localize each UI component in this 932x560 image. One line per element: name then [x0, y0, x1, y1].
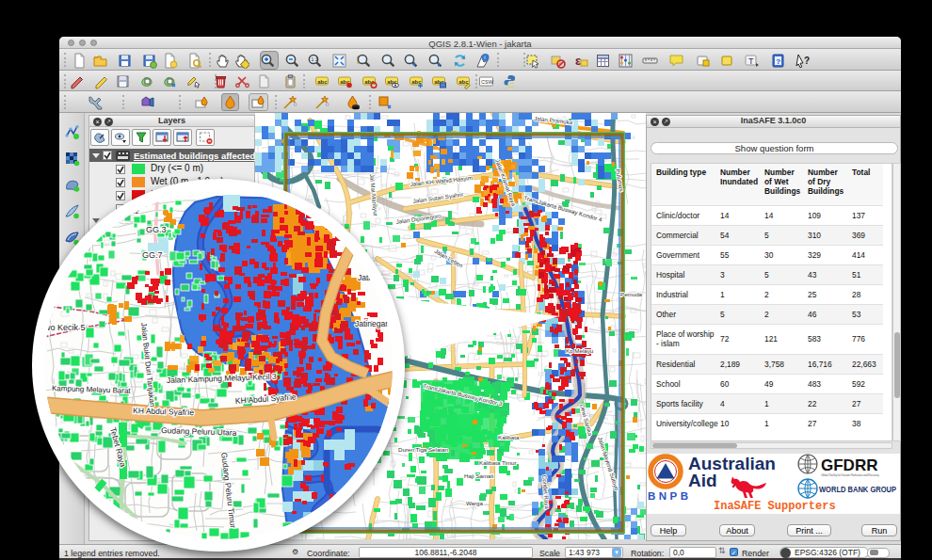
svg-text:GG.3: GG.3 [146, 225, 167, 234]
svg-text:wo Kecik 5: wo Kecik 5 [44, 323, 86, 332]
svg-text:Jatinegara: Jatinegara [355, 319, 393, 328]
svg-text:GG.7: GG.7 [142, 250, 163, 260]
